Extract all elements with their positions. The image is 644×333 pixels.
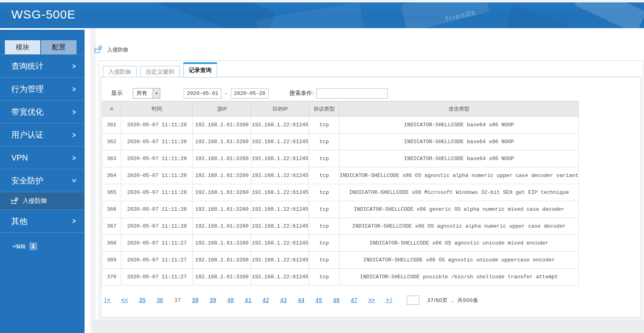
col-header-protocol: 协议类型 [309,101,340,117]
tab-custom-rules[interactable]: 自定义规则 [140,66,180,77]
cell-protocol: tcp [309,167,340,184]
date-to-input[interactable] [231,88,269,99]
page-title: 入侵防御 [107,46,128,53]
col-header-index: # [102,101,121,117]
cell-time: 2020-05-07 11:11:28 [121,218,193,235]
cell-dest-ip: 192.168.1.22:61245 [251,150,309,167]
sidebar-item-label: 其他 [11,216,27,227]
page-last-button[interactable]: >| [386,297,393,304]
cell-source-ip: 192.168.1.61:3260 [193,184,251,201]
cell-time: 2020-05-07 11:11:28 [121,117,193,134]
date-from-input[interactable] [184,88,222,99]
cell-time: 2020-05-07 11:11:28 [121,184,193,201]
cell-index: 368 [102,235,121,252]
table-row: 365 2020-05-07 11:11:28 192.168.1.61:326… [102,184,579,201]
edit-link[interactable]: +编辑 [12,243,26,250]
cell-index: 369 [102,252,121,269]
page-link[interactable]: 46 [333,297,340,304]
col-header-attack-type: 攻击类型 [340,101,579,117]
display-select[interactable]: 所有 ▼ [133,88,160,99]
sidebar-item-vpn[interactable]: VPN > [0,146,85,169]
table-row: 367 2020-05-07 11:11:28 192.168.1.61:326… [102,218,579,235]
cell-attack-type: INDICATOR-SHELLCODE x86 Microsoft Window… [340,184,579,201]
cell-source-ip: 192.168.1.61:3260 [193,252,251,269]
cell-source-ip: 192.168.1.61:3260 [193,218,251,235]
cell-dest-ip: 192.168.1.22:61245 [251,235,309,252]
chevron-right-icon: > [72,62,76,70]
cell-attack-type: INDICATOR-SHELLCODE x86 OS agnostic unic… [340,252,579,269]
cell-protocol: tcp [309,184,340,201]
page-first-button[interactable]: |< [104,297,110,304]
package-check-icon [10,197,19,205]
cell-dest-ip: 192.168.1.22:61245 [251,201,309,218]
chevron-right-icon: > [72,108,76,116]
page-link[interactable]: 40 [227,297,234,304]
sidebar-tab-modules[interactable]: 模块 [5,40,40,54]
cell-time: 2020-05-07 11:11:27 [121,269,193,286]
header-background-key [574,2,644,28]
page-next-button[interactable]: >> [368,297,375,304]
cell-time: 2020-05-07 11:11:28 [121,134,193,150]
page-info: 37/50页 ， 共500条 [427,297,478,304]
cell-time: 2020-05-07 11:11:28 [121,167,193,184]
sidebar-item-security[interactable]: 安全防护 > [0,169,85,192]
table-row: 364 2020-05-07 11:11:28 192.168.1.61:326… [102,167,579,184]
sidebar-item-user-auth[interactable]: 用户认证 > [0,123,85,146]
tab-strip: 入侵防御 自定义规则 记录查询 [103,62,221,77]
filter-row: 显示 所有 ▼ - 搜索条件: [111,88,635,99]
page-link[interactable]: 47 [350,297,357,304]
col-header-dest-ip: 目的IP [251,101,309,117]
sidebar: 模块 配置 查询统计 > 行为管理 > 带宽优化 > 用户认证 > VPN > [0,28,85,333]
col-header-source-ip: 源IP [193,101,251,117]
cell-protocol: tcp [309,252,340,269]
cell-attack-type: INDICATOR-SHELLCODE possible /bin/sh she… [340,269,579,286]
sidebar-item-intrusion-prevention[interactable]: 入侵防御 [0,192,85,210]
sidebar-nav: 查询统计 > 行为管理 > 带宽优化 > 用户认证 > VPN > 安全防护 > [0,54,85,233]
page-link[interactable]: 36 [156,297,163,304]
page-jump-input[interactable] [407,296,419,305]
cell-dest-ip: 192.168.1.22:61245 [251,134,309,150]
display-label: 显示 [111,90,122,97]
tab-intrusion-prevention[interactable]: 入侵防御 [103,66,137,77]
page-current: 37 [174,297,181,304]
cell-source-ip: 192.168.1.61:3260 [193,235,251,252]
sidebar-item-other[interactable]: 其他 > [0,210,85,233]
chevron-right-icon: > [72,131,76,139]
chevron-right-icon: > [72,85,76,93]
sidebar-edit: +编辑 1 [12,243,85,250]
cell-attack-type: INDICATOR-SHELLCODE x86 OS agnostic unic… [340,235,579,252]
app-logo: WSG-500E [11,8,76,21]
search-input[interactable] [316,88,388,99]
page-link[interactable]: 41 [245,297,252,304]
sidebar-item-label: VPN [11,153,28,162]
cell-protocol: tcp [309,235,340,252]
page-link[interactable]: 35 [139,297,146,304]
page-link[interactable]: 45 [315,297,322,304]
edit-count-badge: 1 [29,243,37,250]
page-prev-button[interactable]: << [121,297,128,304]
sidebar-item-bandwidth[interactable]: 带宽优化 > [0,101,85,123]
cell-protocol: tcp [309,218,340,235]
page-link[interactable]: 38 [192,297,199,304]
cell-attack-type: INDICATOR-SHELLCODE x86 generic OS alpha… [340,201,579,218]
page-link[interactable]: 42 [262,297,269,304]
sidebar-item-label: 安全防护 [11,175,43,186]
page-link[interactable]: 44 [298,297,304,304]
page-link[interactable]: 39 [209,297,216,304]
cell-protocol: tcp [309,201,340,218]
cell-time: 2020-05-07 11:11:28 [121,201,193,218]
cell-time: 2020-05-07 11:11:27 [121,252,193,269]
chevron-down-icon: > [70,179,79,182]
page-link[interactable]: 43 [280,297,287,304]
frame-scroll-gutter[interactable] [90,28,96,333]
sidebar-item-query-stats[interactable]: 查询统计 > [0,55,85,78]
cell-index: 362 [102,134,121,150]
cell-source-ip: 192.168.1.61:3260 [193,201,251,218]
sidebar-item-behavior-mgmt[interactable]: 行为管理 > [0,78,85,101]
dropdown-arrow-icon[interactable]: ▼ [153,88,160,98]
table-row: 366 2020-05-07 11:11:28 192.168.1.61:326… [102,201,579,218]
cell-index: 366 [102,201,121,218]
tab-record-query[interactable]: 记录查询 [183,62,217,78]
col-header-time: 时间 [121,101,193,117]
sidebar-tab-config[interactable]: 配置 [41,40,77,54]
